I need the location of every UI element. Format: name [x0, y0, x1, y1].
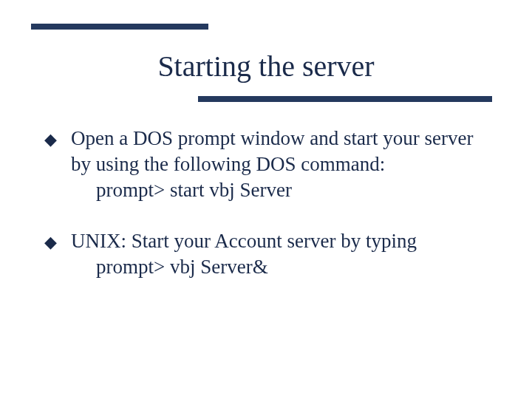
decorative-line-under-title: [198, 96, 492, 102]
command-text: prompt> start vbj Server: [71, 177, 495, 203]
decorative-line-top: [31, 24, 208, 30]
content-area: ◆ Open a DOS prompt window and start you…: [44, 126, 495, 305]
list-item: ◆ Open a DOS prompt window and start you…: [44, 126, 495, 203]
command-text: prompt> vbj Server&: [71, 254, 495, 280]
bullet-text: Open a DOS prompt window and start your …: [71, 127, 473, 175]
bullet-text: UNIX: Start your Account server by typin…: [71, 230, 417, 252]
slide-title: Starting the server: [0, 49, 532, 83]
diamond-bullet-icon: ◆: [44, 129, 57, 151]
list-item: ◆ UNIX: Start your Account server by typ…: [44, 228, 495, 280]
diamond-bullet-icon: ◆: [44, 232, 57, 253]
